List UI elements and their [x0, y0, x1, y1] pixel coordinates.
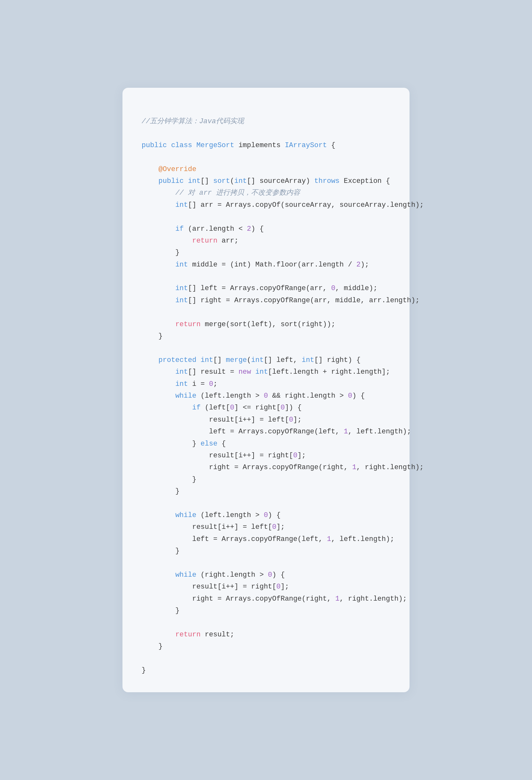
- paren-close-w2: ): [268, 511, 272, 519]
- assign1: =: [217, 201, 222, 209]
- result-i-left: result[i++]: [209, 416, 255, 424]
- paren-cor-left2: (left,: [298, 535, 323, 543]
- close-brace-sort: }: [159, 332, 163, 340]
- paren-copyof: (: [281, 201, 285, 209]
- paren-close-cor-left2: );: [386, 535, 394, 543]
- right-length-cor: right.length: [365, 464, 415, 471]
- paren-cor-left: (left,: [314, 428, 339, 436]
- keyword-return-result: return: [175, 631, 201, 639]
- close-brace-if2-open-else: }: [192, 440, 196, 448]
- num-0-w1: 0: [264, 392, 268, 400]
- keyword-while-1: while: [175, 392, 197, 400]
- left-0-ril: left[: [268, 416, 289, 424]
- keyword-return-arr: return: [192, 237, 217, 245]
- merge-call: merge: [205, 321, 226, 328]
- keyword-return-merge: return: [175, 321, 201, 328]
- keyword-class: class: [171, 141, 192, 149]
- keyword-public: public: [142, 141, 167, 149]
- num-0-ril: 0: [289, 416, 293, 424]
- keyword-throws: throws: [314, 177, 339, 185]
- assign-ril2: =: [243, 523, 247, 531]
- bracket-new: [left.length: [268, 368, 318, 376]
- while1-cond: (left.length: [201, 392, 251, 400]
- comma-cor-left: ,: [348, 428, 352, 436]
- paren-right: (arr,: [310, 296, 331, 304]
- close-brace-else: }: [192, 476, 196, 484]
- code-card: //五分钟学算法：Java代码实现 public class MergeSort…: [122, 88, 410, 692]
- keyword-if-2: if: [192, 404, 200, 412]
- bracket-left: []: [188, 284, 196, 292]
- var-right: right: [201, 296, 222, 304]
- comment-header: //五分钟学算法：Java代码实现: [142, 117, 244, 126]
- keyword-int-merge-left: int: [251, 356, 264, 364]
- num-1-right: 1: [352, 464, 356, 471]
- op-lte: <=: [243, 404, 251, 412]
- right-length-w1: right.length: [285, 392, 335, 400]
- left-length-cor: left.length: [356, 428, 403, 436]
- bracket-arr: []: [201, 177, 209, 185]
- paren-if: (arr.length: [188, 225, 234, 233]
- right-length-new: right.length: [331, 368, 381, 376]
- var-result: result: [201, 368, 226, 376]
- paren-close-cor-right2: );: [398, 595, 407, 603]
- paren-sort: (: [230, 177, 234, 185]
- num-1-left2: 1: [327, 535, 331, 543]
- op-lt: <: [238, 225, 243, 233]
- comma-merge-decl: ,: [293, 356, 297, 364]
- var-i: i: [192, 380, 196, 388]
- left-length-cor2: left.length: [340, 535, 386, 543]
- paren-close-merge-decl: ): [348, 356, 352, 364]
- right-copy-inner: right: [209, 464, 230, 471]
- open-brace-w3: {: [281, 571, 285, 579]
- bracket-result: []: [188, 368, 196, 376]
- comma-cor-right: ,: [356, 464, 360, 471]
- paren-close-cor-right: );: [415, 464, 424, 471]
- assign-rir2: =: [243, 583, 247, 591]
- assign3: =: [222, 284, 226, 292]
- num-0-w3: 0: [268, 571, 272, 579]
- open-brace-merge: {: [356, 356, 360, 364]
- keyword-int-result: int: [175, 368, 188, 376]
- arrays-cor-left2: Arrays.copyOfRange: [222, 535, 298, 543]
- num-0-rir2: 0: [276, 583, 281, 591]
- method-merge: merge: [226, 356, 247, 364]
- right-length-cor2: right.length: [348, 595, 398, 603]
- keyword-if: if: [175, 225, 184, 233]
- op-gt3: >: [260, 571, 264, 579]
- bracket-close-new: ];: [382, 368, 390, 376]
- annotation-override: @Override: [159, 165, 197, 173]
- left-copy2: left: [192, 535, 209, 543]
- result-i-right: result[i++]: [209, 452, 255, 459]
- num-1-right2: 1: [335, 595, 339, 603]
- interface-name: IArraySort: [285, 141, 327, 149]
- arrays-cor-right2: Arrays.copyOfRange: [226, 595, 302, 603]
- math-floor: Math.floor: [255, 261, 297, 269]
- open-brace-w1: {: [361, 392, 365, 400]
- param-left: left: [276, 356, 294, 364]
- paren-merge: (sort(left),: [226, 321, 276, 328]
- num-0-left: 0: [331, 284, 335, 292]
- comma1: ,: [331, 201, 335, 209]
- paren-close-w3: ): [272, 571, 276, 579]
- sort-right: sort(right): [281, 321, 327, 328]
- op-and: &&: [272, 392, 280, 400]
- var-arr: arr: [201, 201, 213, 209]
- close-brace-merge: }: [159, 642, 163, 650]
- op-div: /: [348, 261, 352, 269]
- assign-lc2: =: [213, 535, 217, 543]
- param-sa: sourceArray: [285, 201, 331, 209]
- keyword-public-2: public: [159, 177, 184, 185]
- paren-close-cor-left: );: [403, 428, 411, 436]
- num-0-w2: 0: [264, 511, 268, 519]
- paren-merge-decl: (: [247, 356, 251, 364]
- assign-rci: =: [234, 464, 238, 471]
- bracket-arr2: []: [188, 201, 196, 209]
- while2-cond: (left.length: [201, 511, 251, 519]
- result-i-right2: result[i++]: [192, 583, 238, 591]
- keyword-int-param: int: [234, 177, 247, 185]
- comma-cor-left2: ,: [331, 535, 335, 543]
- open-brace-class: {: [331, 141, 335, 149]
- num-0-ril2: 0: [272, 523, 276, 531]
- arrays-cor-left: Arrays.copyOfRange: [238, 428, 315, 436]
- open-brace-sort: {: [386, 177, 390, 185]
